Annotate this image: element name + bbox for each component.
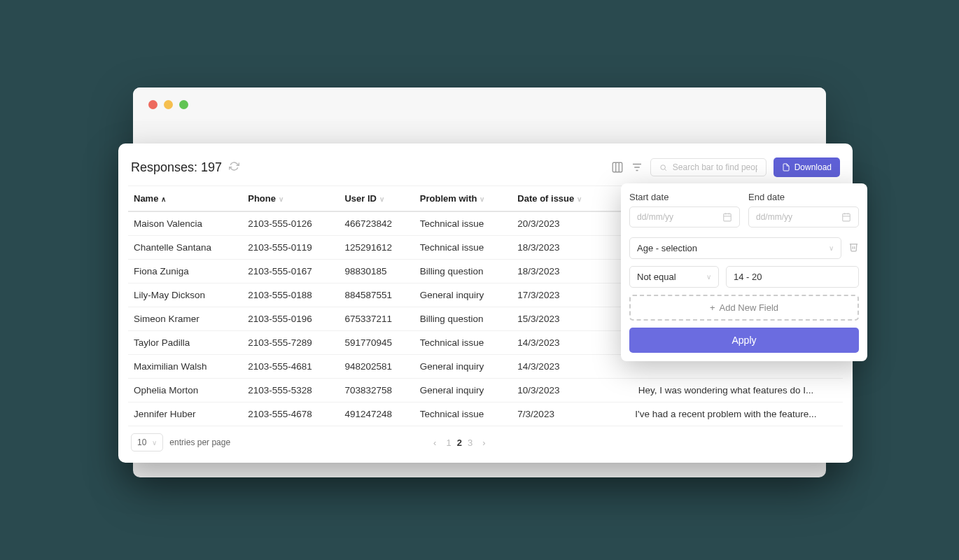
table-row[interactable]: Jennifer Huber2103-555-4678491247248Tech… <box>128 402 843 426</box>
cell-phone: 2103-555-0119 <box>242 236 339 260</box>
cell-problem: General inquiry <box>414 355 512 379</box>
col-phone[interactable]: Phone∨ <box>242 186 339 212</box>
cell-date: 7/3/2023 <box>512 402 609 426</box>
cell-problem: General inquiry <box>414 379 512 402</box>
start-date-input[interactable]: dd/mm/yy <box>629 206 740 227</box>
cell-userid: 948202581 <box>339 355 414 379</box>
end-date-label: End date <box>748 192 859 202</box>
cell-problem: Billing question <box>414 260 512 284</box>
download-button[interactable]: Download <box>774 158 840 177</box>
cell-date: 20/3/2023 <box>512 211 609 236</box>
cell-date: 17/3/2023 <box>512 284 609 307</box>
cell-userid: 703832758 <box>339 379 414 402</box>
cell-name: Maximilian Walsh <box>128 355 242 379</box>
chevron-down-icon: ∨ <box>829 244 834 252</box>
browser-titlebar <box>133 88 826 121</box>
svg-point-6 <box>660 164 665 169</box>
cell-phone: 2103-555-0196 <box>242 307 339 331</box>
add-field-button[interactable]: + Add New Field <box>629 295 859 321</box>
svg-rect-8 <box>724 214 732 221</box>
chevron-down-icon: ∨ <box>152 439 157 447</box>
panel-header: Responses: 197 Download <box>128 158 843 186</box>
sort-asc-icon: ∧ <box>161 195 166 203</box>
end-date-input[interactable]: dd/mm/yy <box>748 206 859 227</box>
cell-name: Simeon Kramer <box>128 307 242 331</box>
cell-problem: Technical issue <box>414 211 512 236</box>
cell-phone: 2103-555-5328 <box>242 379 339 402</box>
filter-operator-select[interactable]: Not equal ∨ <box>629 266 719 288</box>
chevron-down-icon: ∨ <box>706 273 711 281</box>
entries-label: entries per page <box>169 438 230 447</box>
svg-rect-12 <box>843 214 850 221</box>
cell-name: Fiona Zuniga <box>128 260 242 284</box>
chevron-down-icon: ∨ <box>577 195 582 203</box>
cell-userid: 125291612 <box>339 236 414 260</box>
cell-name: Jennifer Huber <box>128 402 242 426</box>
svg-line-7 <box>664 169 666 170</box>
cell-phone: 2103-555-0167 <box>242 260 339 284</box>
page-title: Responses: 197 <box>131 160 222 175</box>
cell-userid: 884587551 <box>339 284 414 307</box>
cell-problem: Technical issue <box>414 402 512 426</box>
cell-phone: 2103-555-7289 <box>242 331 339 355</box>
refresh-icon[interactable] <box>229 161 239 174</box>
filter-panel: Start date dd/mm/yy End date dd/mm/yy Ag… <box>621 183 867 361</box>
col-name[interactable]: Name∧ <box>128 186 242 212</box>
start-date-label: Start date <box>629 192 740 202</box>
filter-field-select[interactable]: Age - selection ∨ <box>629 237 841 259</box>
col-problem[interactable]: Problem with∨ <box>414 186 512 212</box>
table-footer: 10 ∨ entries per page ‹ 123 › <box>128 426 843 454</box>
cell-date: 10/3/2023 <box>512 379 609 402</box>
cell-problem: Technical issue <box>414 331 512 355</box>
cell-date: 18/3/2023 <box>512 236 609 260</box>
page-1[interactable]: 1 <box>446 438 451 448</box>
cell-date: 15/3/2023 <box>512 307 609 331</box>
search-field[interactable] <box>673 162 757 172</box>
window-minimize-icon[interactable] <box>164 100 173 109</box>
col-userid[interactable]: User ID∨ <box>339 186 414 212</box>
cell-name: Taylor Padilla <box>128 331 242 355</box>
cell-date: 14/3/2023 <box>512 331 609 355</box>
page-next[interactable]: › <box>482 438 485 448</box>
cell-problem: Billing question <box>414 307 512 331</box>
filter-icon[interactable] <box>631 161 643 174</box>
calendar-icon <box>841 212 851 222</box>
plus-icon: + <box>710 302 715 313</box>
columns-icon[interactable] <box>611 161 624 174</box>
page-2[interactable]: 2 <box>457 438 462 448</box>
cell-desc: Hey, I was wondering what features do I.… <box>609 379 843 402</box>
chevron-down-icon: ∨ <box>479 195 484 203</box>
window-maximize-icon[interactable] <box>179 100 188 109</box>
entries-select[interactable]: 10 ∨ <box>131 433 163 451</box>
cell-phone: 2103-555-4678 <box>242 402 339 426</box>
chevron-down-icon: ∨ <box>279 195 284 203</box>
cell-date: 14/3/2023 <box>512 355 609 379</box>
cell-phone: 2103-555-0188 <box>242 284 339 307</box>
cell-userid: 98830185 <box>339 260 414 284</box>
cell-userid: 466723842 <box>339 211 414 236</box>
cell-desc: I've had a recent problem with the featu… <box>609 402 843 426</box>
col-date[interactable]: Date of issue∨ <box>512 186 609 212</box>
svg-rect-0 <box>612 162 622 172</box>
cell-userid: 591770945 <box>339 331 414 355</box>
delete-filter-icon[interactable] <box>848 241 859 255</box>
cell-problem: Technical issue <box>414 236 512 260</box>
cell-name: Maison Valencia <box>128 211 242 236</box>
chevron-down-icon: ∨ <box>379 195 384 203</box>
cell-name: Chantelle Santana <box>128 236 242 260</box>
search-input[interactable] <box>650 158 766 176</box>
calendar-icon <box>722 212 732 222</box>
window-close-icon[interactable] <box>148 100 158 109</box>
download-label: Download <box>794 162 832 172</box>
cell-date: 18/3/2023 <box>512 260 609 284</box>
page-prev[interactable]: ‹ <box>433 438 436 448</box>
apply-button[interactable]: Apply <box>629 328 859 353</box>
filter-value-input[interactable] <box>726 266 859 288</box>
cell-name: Ophelia Morton <box>128 379 242 402</box>
table-row[interactable]: Ophelia Morton2103-555-5328703832758Gene… <box>128 379 843 402</box>
cell-name: Lily-May Dickson <box>128 284 242 307</box>
page-3[interactable]: 3 <box>468 438 472 448</box>
cell-problem: General inquiry <box>414 284 512 307</box>
cell-phone: 2103-555-0126 <box>242 211 339 236</box>
cell-phone: 2103-555-4681 <box>242 355 339 379</box>
